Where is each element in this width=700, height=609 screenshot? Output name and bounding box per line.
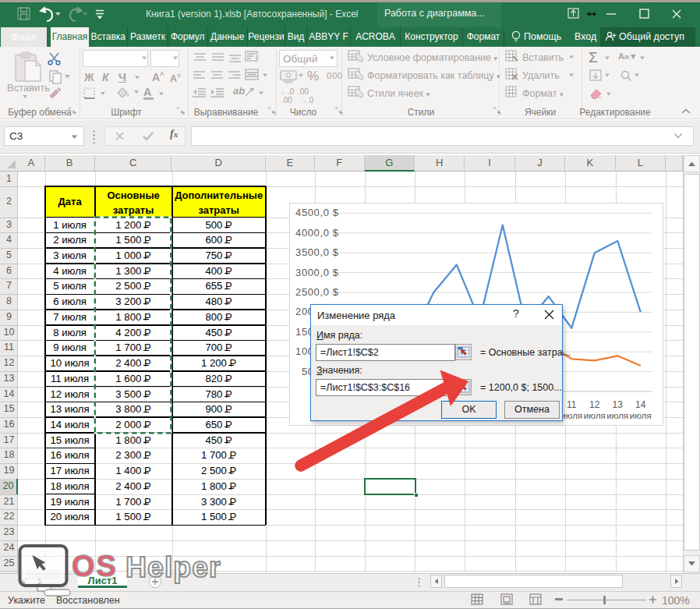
- svg-text:июля: июля: [606, 410, 628, 420]
- svg-text:июля: июля: [583, 410, 605, 420]
- svg-text:3000,0 $: 3000,0 $: [295, 267, 339, 278]
- svg-text:2500,0 $: 2500,0 $: [295, 286, 339, 298]
- svg-text:июля: июля: [629, 410, 651, 420]
- svg-text:13: 13: [612, 399, 623, 410]
- svg-text:Helper: Helper: [126, 551, 221, 583]
- svg-text:12: 12: [589, 399, 600, 410]
- svg-text:OS: OS: [72, 550, 118, 582]
- svg-text:11: 11: [567, 399, 577, 410]
- svg-text:3500,0 $: 3500,0 $: [295, 246, 339, 258]
- svg-text:4500,0 $: 4500,0 $: [295, 207, 339, 218]
- svg-text:4000,0 $: 4000,0 $: [295, 227, 339, 239]
- svg-text:июля: июля: [560, 410, 582, 420]
- svg-text:14: 14: [635, 399, 646, 410]
